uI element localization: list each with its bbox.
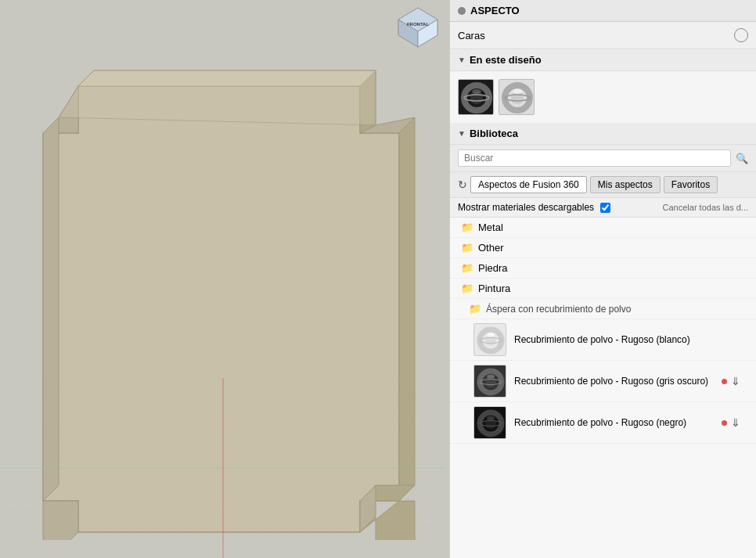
material-thumb-2 bbox=[473, 406, 506, 439]
refresh-button[interactable]: ↻ bbox=[458, 178, 467, 191]
tree-label-aspera: Áspera con recubrimiento de polvo bbox=[486, 304, 631, 315]
material-thumb-0 bbox=[473, 323, 506, 356]
material-label-0: Recubrimiento de polvo - Rugoso (blanco) bbox=[514, 334, 733, 345]
red-dot-2 bbox=[722, 420, 727, 426]
collapse-arrow-diseno: ▼ bbox=[458, 56, 466, 64]
svg-point-34 bbox=[487, 333, 495, 337]
tab-fusion360[interactable]: Aspectos de Fusion 360 bbox=[470, 176, 587, 193]
tree-label-other: Other bbox=[478, 242, 504, 254]
biblioteca-section: ▼ Biblioteca 🔍 ↻ Aspectos de Fusion 360 … bbox=[450, 123, 756, 558]
svg-point-29 bbox=[513, 89, 522, 94]
svg-point-24 bbox=[472, 89, 481, 94]
material-row-0[interactable]: Recubrimiento de polvo - Rugoso (blanco) bbox=[450, 319, 756, 361]
viewport-3d[interactable]: FRONTAL bbox=[0, 0, 449, 558]
tree-label-piedra: Piedra bbox=[478, 262, 508, 274]
material-actions-2: ⇓ bbox=[722, 416, 740, 429]
download-row: Mostrar materiales descargables Cancelar… bbox=[450, 198, 756, 218]
tree-item-metal[interactable]: 📁 Metal bbox=[450, 218, 756, 238]
material-thumb-black[interactable] bbox=[458, 79, 494, 115]
biblioteca-label: Biblioteca bbox=[470, 128, 518, 139]
grid-floor bbox=[0, 378, 446, 558]
material-label-2: Recubrimiento de polvo - Rugoso (negro) bbox=[514, 417, 714, 428]
biblioteca-header[interactable]: ▼ Biblioteca bbox=[450, 123, 756, 145]
tree-label-pintura: Pintura bbox=[478, 283, 510, 294]
design-materials bbox=[450, 71, 756, 123]
folder-icon-piedra: 📁 bbox=[461, 262, 473, 274]
folder-icon-metal: 📁 bbox=[461, 221, 473, 233]
material-actions-1: ⇓ bbox=[722, 375, 740, 387]
cancel-link[interactable]: Cancelar todas las d... bbox=[663, 203, 748, 212]
tab-favoritos[interactable]: Favoritos bbox=[664, 176, 718, 193]
download-icon-2[interactable]: ⇓ bbox=[731, 416, 740, 429]
tree-item-other[interactable]: 📁 Other bbox=[450, 238, 756, 258]
red-dot-1 bbox=[722, 379, 727, 384]
material-thumb-white[interactable] bbox=[499, 79, 535, 115]
folder-icon-other: 📁 bbox=[461, 242, 473, 254]
svg-marker-16 bbox=[59, 70, 376, 125]
tab-mis-aspectos[interactable]: Mis aspectos bbox=[590, 176, 661, 193]
tree-subitem-aspera[interactable]: 📁 Áspera con recubrimiento de polvo bbox=[450, 299, 756, 319]
download-label: Mostrar materiales descargables bbox=[458, 202, 594, 213]
tree-item-pintura[interactable]: 📁 Pintura bbox=[450, 279, 756, 299]
caras-circle[interactable] bbox=[734, 28, 748, 42]
search-input[interactable] bbox=[458, 149, 731, 167]
svg-text:FRONTAL: FRONTAL bbox=[407, 22, 430, 27]
caras-section: Caras bbox=[450, 22, 756, 49]
caras-label: Caras bbox=[458, 30, 485, 41]
folder-icon-aspera: 📁 bbox=[469, 303, 481, 315]
search-bar: 🔍 bbox=[450, 145, 756, 172]
material-thumb-1 bbox=[473, 365, 506, 398]
material-tree: 📁 Metal 📁 Other 📁 Piedra 📁 Pintura 📁 bbox=[450, 218, 756, 558]
download-icon-1[interactable]: ⇓ bbox=[731, 375, 740, 387]
panel-header: ASPECTO bbox=[450, 0, 756, 22]
svg-point-44 bbox=[487, 416, 495, 420]
tree-label-metal: Metal bbox=[478, 221, 503, 233]
material-label-1: Recubrimiento de polvo - Rugoso (gris os… bbox=[514, 376, 714, 387]
panel-title: ASPECTO bbox=[470, 5, 520, 16]
material-row-2[interactable]: Recubrimiento de polvo - Rugoso (negro) … bbox=[450, 402, 756, 444]
nav-cube[interactable]: FRONTAL bbox=[394, 4, 441, 51]
header-dot bbox=[458, 7, 466, 15]
svg-point-39 bbox=[487, 375, 495, 379]
search-icon[interactable]: 🔍 bbox=[736, 153, 748, 164]
right-panel: ASPECTO Caras ▼ En este diseño bbox=[449, 0, 756, 558]
tree-item-piedra[interactable]: 📁 Piedra bbox=[450, 258, 756, 279]
en-este-diseno-label: En este diseño bbox=[470, 54, 542, 66]
material-row-1[interactable]: Recubrimiento de polvo - Rugoso (gris os… bbox=[450, 361, 756, 402]
en-este-diseno-header[interactable]: ▼ En este diseño bbox=[450, 49, 756, 71]
collapse-arrow-biblioteca: ▼ bbox=[458, 129, 466, 138]
download-checkbox[interactable] bbox=[600, 203, 610, 213]
tabs-row: ↻ Aspectos de Fusion 360 Mis aspectos Fa… bbox=[450, 172, 756, 198]
folder-icon-pintura: 📁 bbox=[461, 283, 473, 294]
